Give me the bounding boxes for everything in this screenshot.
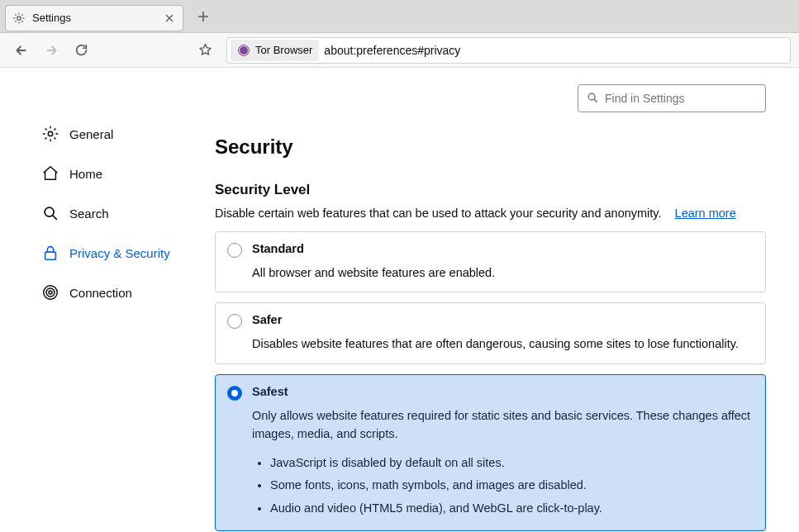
tab-label: Settings [32, 12, 156, 24]
svg-point-1 [48, 131, 53, 136]
security-level-safest[interactable]: Safest Only allows website features requ… [215, 374, 766, 531]
url-text: about:preferences#privacy [324, 44, 460, 57]
card-description: Only allows website features required fo… [252, 406, 754, 444]
card-description: Disables website features that are often… [252, 335, 754, 353]
learn-more-link[interactable]: Learn more [675, 207, 736, 220]
security-level-safer[interactable]: Safer Disables website features that are… [215, 302, 766, 363]
home-icon [41, 164, 59, 183]
reload-button[interactable] [68, 37, 94, 64]
browser-tab[interactable]: Settings [5, 5, 183, 31]
sidebar-item-label: Home [69, 167, 102, 181]
svg-point-0 [17, 16, 21, 19]
sidebar-item-privacy-security[interactable]: Privacy & Security [35, 236, 212, 269]
new-tab-button[interactable] [190, 3, 216, 30]
sidebar-item-label: Connection [69, 286, 132, 300]
gear-icon [12, 12, 26, 25]
bullet-item: JavaScript is disabled by default on all… [270, 452, 754, 475]
lock-icon [41, 244, 59, 262]
gear-icon [41, 125, 59, 143]
sidebar-item-search[interactable]: Search [35, 197, 212, 230]
settings-search-input[interactable] [605, 92, 757, 105]
titlebar: Settings [0, 0, 799, 33]
radio-safest[interactable] [227, 386, 242, 401]
card-title: Safest [252, 385, 754, 398]
connection-icon [41, 283, 59, 302]
search-icon [41, 204, 59, 222]
sidebar: General Home Search Privacy & Security C… [0, 68, 215, 532]
card-title: Safer [252, 313, 754, 326]
sidebar-item-label: Search [69, 207, 109, 221]
svg-point-5 [46, 288, 55, 297]
sidebar-item-general[interactable]: General [35, 117, 212, 150]
settings-search[interactable] [578, 84, 766, 112]
sidebar-item-connection[interactable]: Connection [35, 276, 212, 309]
sidebar-item-label: General [69, 127, 113, 141]
security-level-standard[interactable]: Standard All browser and website feature… [215, 231, 766, 292]
page-title: Security [215, 135, 766, 159]
bullet-item: Audio and video (HTML5 media), and WebGL… [270, 497, 754, 520]
close-icon[interactable] [163, 12, 176, 25]
identity-box[interactable]: Tor Browser [231, 40, 319, 61]
radio-safer[interactable] [227, 314, 242, 329]
section-description: Disable certain web features that can be… [215, 207, 662, 220]
card-description: All browser and website features are ena… [252, 264, 754, 282]
svg-point-4 [49, 291, 52, 294]
bullet-item: Some fonts, icons, math symbols, and ima… [270, 474, 754, 497]
svg-rect-3 [45, 252, 56, 259]
sidebar-item-home[interactable]: Home [35, 157, 212, 190]
radio-standard[interactable] [227, 243, 242, 258]
content-area: General Home Search Privacy & Security C… [0, 68, 799, 532]
card-title: Standard [252, 242, 754, 255]
toolbar: Tor Browser about:preferences#privacy [0, 33, 799, 68]
search-icon [587, 92, 598, 106]
forward-button[interactable] [38, 37, 64, 64]
safest-bullets: JavaScript is disabled by default on all… [252, 452, 754, 520]
bookmark-star-icon[interactable] [192, 37, 218, 64]
section-title: Security Level [215, 182, 766, 198]
identity-label: Tor Browser [255, 44, 312, 56]
tor-logo-icon [237, 44, 250, 57]
main-panel: Security Security Level Disable certain … [215, 68, 799, 532]
sidebar-item-label: Privacy & Security [69, 246, 170, 260]
url-bar[interactable]: Tor Browser about:preferences#privacy [226, 37, 791, 64]
back-button[interactable] [8, 37, 35, 64]
